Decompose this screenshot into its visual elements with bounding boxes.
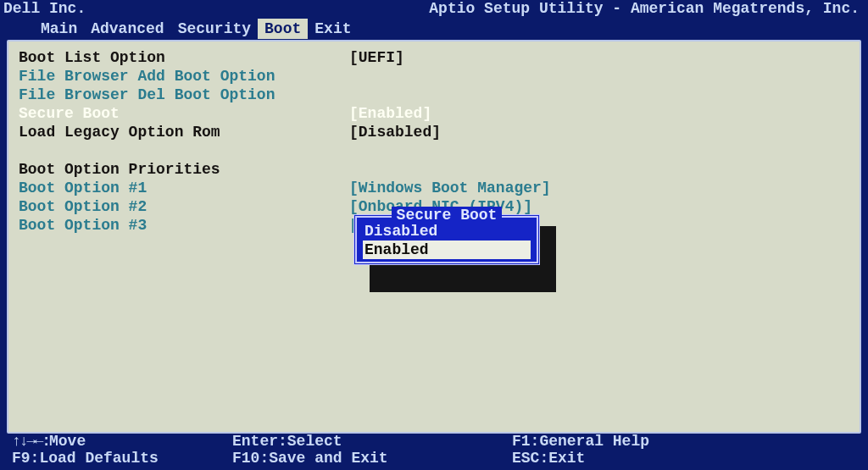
help-move: ↑↓→←:Move xyxy=(12,433,232,450)
label-boot-opt-2: Boot Option #2 xyxy=(19,197,349,216)
popup-option-disabled[interactable]: Disabled xyxy=(363,222,531,241)
spacer-row xyxy=(19,141,849,160)
value-secure-boot: [Enabled] xyxy=(349,104,431,123)
vendor-label: Dell Inc. xyxy=(3,0,86,17)
utility-title: Aptio Setup Utility - American Megatrend… xyxy=(429,0,860,17)
footer-help: ↑↓→←:Move Enter:Select F1:General Help F… xyxy=(12,433,856,468)
label-boot-opt-3: Boot Option #3 xyxy=(19,216,349,235)
row-file-add[interactable]: File Browser Add Boot Option xyxy=(19,67,849,86)
popup-title: Secure Boot xyxy=(392,207,503,224)
label-boot-opt-1: Boot Option #1 xyxy=(19,179,349,197)
popup-title-row: Secure Boot xyxy=(358,207,536,222)
row-load-legacy[interactable]: Load Legacy Option Rom [Disabled] xyxy=(19,123,849,141)
row-file-del[interactable]: File Browser Del Boot Option xyxy=(19,86,849,104)
secure-boot-popup: Secure Boot Disabled Enabled xyxy=(353,214,540,265)
label-load-legacy: Load Legacy Option Rom xyxy=(19,123,349,141)
row-priorities-header: Boot Option Priorities xyxy=(19,160,849,179)
help-f10: F10:Save and Exit xyxy=(232,450,512,467)
row-boot-list-option[interactable]: Boot List Option [UEFI] xyxy=(19,48,849,67)
label-file-add: File Browser Add Boot Option xyxy=(19,67,349,86)
help-move-text: Move xyxy=(49,433,86,450)
label-file-del: File Browser Del Boot Option xyxy=(19,86,349,104)
bios-body: Boot List Option [UEFI] File Browser Add… xyxy=(7,40,861,434)
popup-options: Disabled Enabled xyxy=(358,222,536,259)
header-row: Dell Inc. Aptio Setup Utility - American… xyxy=(0,0,868,19)
label-priorities-header: Boot Option Priorities xyxy=(19,160,220,179)
help-esc: ESC:Exit xyxy=(512,450,585,467)
tab-security[interactable]: Security xyxy=(171,19,258,39)
bios-screen: Dell Inc. Aptio Setup Utility - American… xyxy=(0,0,868,470)
value-boot-opt-1: [Windows Boot Manager] xyxy=(349,179,551,197)
popup-option-enabled[interactable]: Enabled xyxy=(363,241,531,259)
arrow-icons: ↑↓→←: xyxy=(12,433,49,450)
label-secure-boot: Secure Boot xyxy=(19,104,349,123)
help-f1: F1:General Help xyxy=(512,433,649,450)
tab-main[interactable]: Main xyxy=(34,19,84,39)
row-boot-opt-1[interactable]: Boot Option #1 [Windows Boot Manager] xyxy=(19,179,849,197)
value-boot-list-option: [UEFI] xyxy=(349,48,404,67)
tab-advanced[interactable]: Advanced xyxy=(84,19,170,39)
row-secure-boot[interactable]: Secure Boot [Enabled] xyxy=(19,104,849,123)
value-load-legacy: [Disabled] xyxy=(349,123,441,141)
label-boot-list-option: Boot List Option xyxy=(19,48,349,67)
tab-exit[interactable]: Exit xyxy=(308,19,358,39)
menu-tabs: Main Advanced Security Boot Exit xyxy=(0,19,868,41)
help-f9: F9:Load Defaults xyxy=(12,450,232,467)
help-enter: Enter:Select xyxy=(232,433,512,450)
tab-boot[interactable]: Boot xyxy=(258,19,308,39)
